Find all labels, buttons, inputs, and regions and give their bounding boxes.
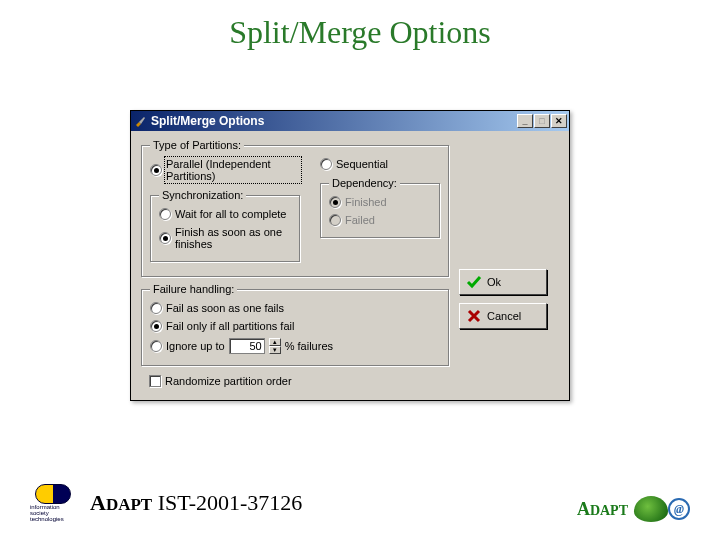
- radio-ignore-upto[interactable]: Ignore up to 50 ▴ ▾ % failures: [150, 335, 440, 357]
- sync-group: Synchronization: Wait for all to complet…: [150, 189, 300, 262]
- partitions-group: Type of Partitions: Parallel (Independen…: [141, 139, 449, 277]
- radio-icon: [320, 158, 332, 170]
- radio-dep-finished: Finished: [329, 193, 431, 211]
- failure-group: Failure handling: Fail as soon as one fa…: [141, 283, 449, 366]
- radio-finish-one[interactable]: Finish as soon as one finishes: [159, 223, 291, 253]
- radio-label: Parallel (Independent Partitions): [166, 158, 300, 182]
- cross-icon: [466, 308, 482, 324]
- checkbox-label: Randomize partition order: [165, 375, 292, 387]
- project-label: ADAPT IST-2001-37126: [90, 490, 302, 516]
- sync-legend: Synchronization:: [159, 189, 246, 201]
- radio-label: Fail as soon as one fails: [166, 302, 284, 314]
- button-label: Cancel: [487, 310, 521, 322]
- dependency-group: Dependency: Finished Failed: [320, 177, 440, 238]
- window-title: Split/Merge Options: [151, 114, 517, 128]
- slide-title: Split/Merge Options: [0, 14, 720, 51]
- radio-fail-one[interactable]: Fail as soon as one fails: [150, 299, 440, 317]
- radio-label: Ignore up to: [166, 340, 225, 352]
- titlebar[interactable]: Split/Merge Options _ □ ✕: [131, 111, 569, 131]
- radio-fail-all[interactable]: Fail only if all partitions fail: [150, 317, 440, 335]
- radio-wait-all[interactable]: Wait for all to complete: [159, 205, 291, 223]
- slide-footer: information society technologies ADAPT I…: [0, 484, 720, 522]
- radio-icon: [159, 208, 171, 220]
- close-button[interactable]: ✕: [551, 114, 567, 128]
- window-controls: _ □ ✕: [517, 114, 567, 128]
- minimize-button[interactable]: _: [517, 114, 533, 128]
- radio-icon: [329, 214, 341, 226]
- ist-logo-icon: information society technologies: [30, 484, 76, 522]
- paintbrush-icon: [133, 114, 147, 128]
- ist-logo-label: information society technologies: [30, 504, 76, 522]
- radio-icon: [159, 232, 171, 244]
- radio-label: Sequential: [336, 158, 388, 170]
- at-icon: @: [668, 498, 690, 520]
- spin-up-icon[interactable]: ▴: [269, 338, 281, 346]
- radio-icon: [150, 320, 162, 332]
- ok-button[interactable]: Ok: [459, 269, 547, 295]
- failure-legend: Failure handling:: [150, 283, 237, 295]
- dialog-content: Type of Partitions: Parallel (Independen…: [131, 131, 569, 400]
- globe-icon: [634, 496, 668, 522]
- button-label: Ok: [487, 276, 501, 288]
- dialog-window: Split/Merge Options _ □ ✕ Type of Partit…: [130, 110, 570, 401]
- radio-icon: [329, 196, 341, 208]
- radio-icon: [150, 302, 162, 314]
- maximize-button[interactable]: □: [534, 114, 550, 128]
- radio-dep-failed: Failed: [329, 211, 431, 229]
- radio-label: Finish as soon as one finishes: [175, 226, 291, 250]
- checkbox-icon: [149, 375, 161, 387]
- radio-label: Finished: [345, 196, 387, 208]
- radio-parallel[interactable]: Parallel (Independent Partitions): [150, 155, 300, 185]
- ignore-value-input[interactable]: 50: [229, 338, 265, 354]
- spin-down-icon[interactable]: ▾: [269, 346, 281, 354]
- ignore-suffix-label: % failures: [285, 340, 333, 352]
- radio-label: Fail only if all partitions fail: [166, 320, 294, 332]
- brand-label: ADAPT: [577, 499, 628, 520]
- radio-icon: [150, 164, 162, 176]
- radio-label: Failed: [345, 214, 375, 226]
- dependency-legend: Dependency:: [329, 177, 400, 189]
- check-icon: [466, 274, 482, 290]
- checkbox-randomize[interactable]: Randomize partition order: [141, 372, 449, 390]
- spinner-buttons[interactable]: ▴ ▾: [269, 338, 281, 354]
- radio-label: Wait for all to complete: [175, 208, 286, 220]
- cancel-button[interactable]: Cancel: [459, 303, 547, 329]
- brand-block: ADAPT @: [577, 496, 690, 522]
- radio-sequential[interactable]: Sequential: [320, 155, 440, 173]
- radio-icon: [150, 340, 162, 352]
- partitions-legend: Type of Partitions:: [150, 139, 244, 151]
